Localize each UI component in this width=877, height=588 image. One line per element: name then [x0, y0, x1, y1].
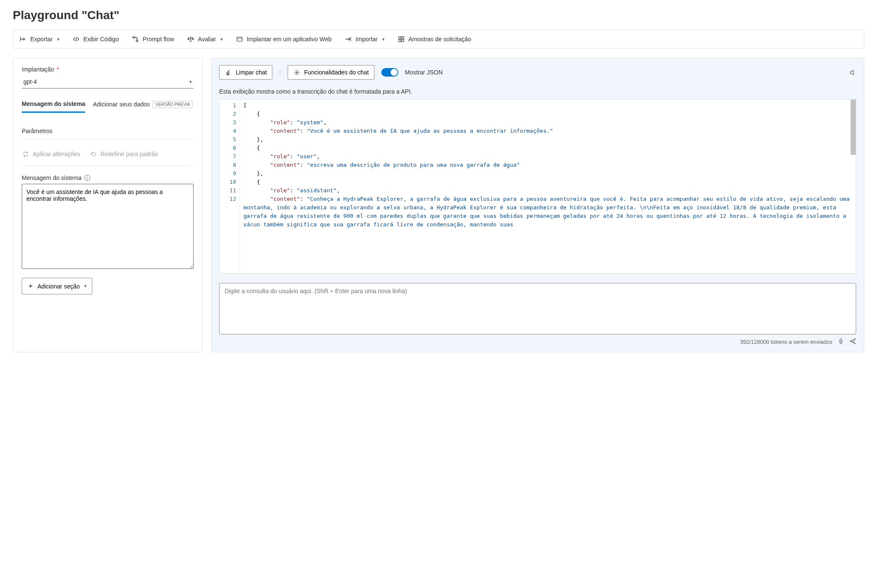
svg-rect-8	[840, 339, 842, 342]
svg-rect-5	[399, 40, 401, 42]
add-section-button[interactable]: ＋ Adicionar seção ▾	[22, 278, 92, 294]
gear-icon	[293, 69, 301, 76]
microphone-icon[interactable]	[837, 338, 844, 346]
chevron-down-icon: ▾	[84, 283, 87, 289]
reset-button[interactable]: Redefinir para padrão	[89, 150, 158, 158]
clear-chat-button[interactable]: Limpar chat	[219, 65, 272, 80]
config-panel: Implantação* gpt-4 ▾ Mensagem do sistema…	[13, 58, 203, 352]
svg-point-0	[133, 37, 134, 38]
speaker-icon[interactable]	[848, 69, 856, 76]
info-icon[interactable]: i	[84, 175, 90, 181]
evaluate-button[interactable]: Avaliar ▾	[187, 34, 223, 44]
export-button[interactable]: Exportar ▾	[19, 34, 60, 44]
json-code-viewer: 123456789101112 [ { "role": "system", "c…	[219, 99, 856, 274]
tab-add-data[interactable]: Adicionar seus dados	[93, 101, 150, 108]
send-icon[interactable]	[849, 338, 856, 346]
deployment-value: gpt-4	[23, 78, 37, 85]
config-tabs: Mensagem do sistema Adicionar seus dados…	[22, 100, 194, 139]
undo-icon	[89, 150, 97, 158]
scales-icon	[187, 35, 194, 43]
deploy-button[interactable]: Implantar em um aplicativo Web	[236, 34, 332, 44]
evaluate-label: Avaliar	[198, 36, 216, 43]
web-app-icon	[236, 35, 243, 43]
code-icon	[72, 35, 80, 43]
system-message-label: Mensagem do sistema i	[22, 174, 194, 181]
user-input-textarea[interactable]	[225, 288, 851, 328]
plus-icon: ＋	[27, 282, 34, 291]
apply-changes-button[interactable]: Aplicar alterações	[22, 150, 80, 158]
broom-icon	[225, 69, 232, 76]
prompt-flow-label: Prompt flow	[143, 36, 174, 43]
deployment-label: Implantação*	[22, 66, 194, 73]
import-icon	[344, 35, 352, 43]
preview-badge: VERSÃO PRÉVIA	[152, 101, 193, 108]
svg-rect-2	[237, 37, 242, 41]
svg-point-7	[296, 71, 298, 73]
import-button[interactable]: Importar ▾	[344, 34, 384, 44]
sync-icon	[22, 150, 29, 158]
json-view-description: Esta exibição mostra como a transcrição …	[211, 86, 864, 99]
chevron-down-icon: ▾	[220, 37, 223, 42]
prompt-flow-button[interactable]: Prompt flow	[131, 34, 174, 44]
scrollbar[interactable]	[851, 100, 856, 155]
samples-button[interactable]: Amostras de solicitação	[397, 34, 471, 44]
export-icon	[19, 35, 27, 43]
system-message-textarea[interactable]: Você é um assistente de IA que ajuda as …	[22, 184, 194, 269]
page-title: Playground "Chat"	[13, 9, 864, 22]
code-content[interactable]: [ { "role": "system", "content": "Você é…	[240, 100, 856, 273]
main-toolbar: Exportar ▾ Exibir Código Prompt flow Ava…	[13, 30, 864, 49]
svg-point-1	[136, 40, 138, 42]
token-count: 392/128000 tokens a serem enviados	[740, 339, 832, 345]
divider: |	[279, 69, 281, 76]
show-json-label: Mostrar JSON	[405, 69, 443, 76]
user-input-area[interactable]	[219, 283, 856, 334]
svg-rect-6	[402, 40, 404, 42]
deployment-select[interactable]: gpt-4 ▾	[22, 75, 194, 88]
show-json-toggle[interactable]	[381, 68, 398, 77]
chevron-down-icon: ▾	[57, 37, 60, 42]
grid-icon	[397, 35, 405, 43]
chevron-down-icon: ▾	[382, 37, 385, 42]
chat-features-button[interactable]: Funcionalidades do chat	[288, 65, 374, 80]
svg-rect-3	[399, 37, 401, 39]
svg-rect-4	[402, 37, 404, 39]
chevron-down-icon: ▾	[189, 79, 192, 85]
line-gutter: 123456789101112	[220, 100, 240, 273]
view-code-label: Exibir Código	[83, 36, 119, 43]
tab-system-message[interactable]: Mensagem do sistema	[22, 100, 85, 113]
export-label: Exportar	[30, 36, 53, 43]
samples-label: Amostras de solicitação	[409, 36, 471, 43]
chat-panel: Limpar chat | Funcionalidades do chat Mo…	[211, 58, 864, 352]
required-asterisk: *	[57, 66, 59, 73]
import-label: Importar	[355, 36, 377, 43]
view-code-button[interactable]: Exibir Código	[72, 34, 119, 44]
flow-icon	[131, 35, 139, 43]
deploy-label: Implantar em um aplicativo Web	[247, 36, 332, 43]
tab-parameters[interactable]: Parâmetros	[22, 128, 52, 139]
